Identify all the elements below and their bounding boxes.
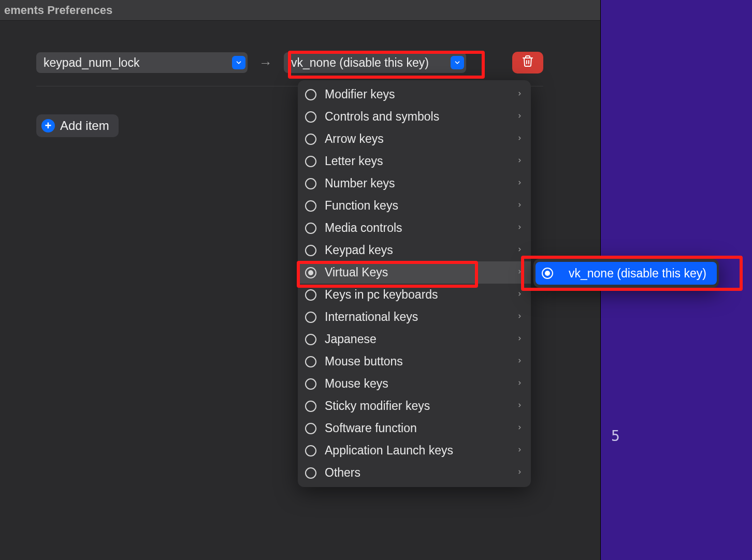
radio-icon [305, 401, 316, 412]
chevron-down-icon [232, 56, 245, 69]
menu-item-label: International keys [325, 310, 517, 324]
from-key-value: keypad_num_lock [44, 56, 139, 70]
menu-item-label: Arrow keys [325, 132, 517, 146]
menu-item-label: Modifier keys [325, 87, 517, 101]
chevron-right-icon [517, 444, 523, 458]
radio-icon [305, 223, 316, 234]
radio-icon [305, 423, 316, 434]
submenu-item-label: vk_none (disable this key) [569, 267, 706, 281]
menu-item-function-keys[interactable]: Function keys [298, 195, 531, 217]
chevron-down-icon [451, 56, 464, 69]
menu-item-label: Letter keys [325, 154, 517, 168]
menu-item-software-function[interactable]: Software function [298, 417, 531, 439]
key-submenu: vk_none (disable this key) [533, 259, 719, 288]
menu-item-label: Controls and symbols [325, 110, 517, 124]
add-item-button[interactable]: + Add item [36, 114, 119, 137]
chevron-right-icon [517, 422, 523, 435]
chevron-right-icon [517, 466, 523, 480]
menu-item-modifier-keys[interactable]: Modifier keys [298, 83, 531, 106]
chevron-right-icon [517, 400, 523, 413]
radio-icon [305, 467, 316, 479]
menu-item-japanese[interactable]: Japanese [298, 328, 531, 350]
menu-item-label: Keypad keys [325, 243, 517, 257]
add-item-label: Add item [60, 119, 109, 133]
window-titlebar: ements Preferences [0, 0, 600, 21]
chevron-right-icon [517, 266, 523, 279]
menu-item-others[interactable]: Others [298, 462, 531, 484]
radio-icon [305, 134, 316, 145]
from-key-dropdown[interactable]: keypad_num_lock [36, 52, 248, 73]
chevron-right-icon [517, 199, 523, 213]
delete-mapping-button[interactable] [512, 52, 543, 73]
menu-item-international-keys[interactable]: International keys [298, 306, 531, 328]
chevron-right-icon [517, 355, 523, 369]
menu-item-number-keys[interactable]: Number keys [298, 172, 531, 195]
menu-item-label: Others [325, 466, 517, 480]
menu-item-media-controls[interactable]: Media controls [298, 217, 531, 239]
radio-icon [305, 289, 316, 301]
menu-item-arrow-keys[interactable]: Arrow keys [298, 128, 531, 150]
radio-icon [305, 156, 316, 167]
background-character: 5 [611, 428, 620, 445]
menu-item-label: Function keys [325, 199, 517, 213]
menu-item-label: Software function [325, 421, 517, 435]
menu-item-mouse-buttons[interactable]: Mouse buttons [298, 350, 531, 373]
window-title: ements Preferences [4, 4, 112, 17]
menu-item-label: Keys in pc keyboards [325, 288, 517, 302]
submenu-item-vk-none-disable-this-key-[interactable]: vk_none (disable this key) [536, 262, 717, 285]
radio-icon [305, 89, 316, 100]
to-key-value: vk_none (disable this key) [291, 56, 429, 70]
menu-item-label: Mouse keys [325, 377, 517, 391]
to-key-dropdown[interactable]: vk_none (disable this key) [284, 52, 466, 73]
key-category-menu: Modifier keysControls and symbolsArrow k… [298, 80, 531, 487]
chevron-right-icon [517, 177, 523, 190]
trash-icon [522, 54, 534, 71]
mapping-arrow-icon: → [259, 55, 272, 71]
chevron-right-icon [517, 222, 523, 235]
menu-item-letter-keys[interactable]: Letter keys [298, 150, 531, 172]
menu-item-label: Japanese [325, 332, 517, 346]
menu-item-controls-and-symbols[interactable]: Controls and symbols [298, 106, 531, 128]
menu-item-keypad-keys[interactable]: Keypad keys [298, 239, 531, 261]
menu-item-keys-in-pc-keyboards[interactable]: Keys in pc keyboards [298, 284, 531, 306]
radio-icon [305, 334, 316, 345]
radio-icon [305, 200, 316, 212]
chevron-right-icon [517, 110, 523, 124]
plus-circle-icon: + [41, 119, 55, 132]
radio-icon [542, 268, 553, 279]
radio-icon [305, 111, 316, 123]
menu-item-label: Application Launch keys [325, 444, 517, 458]
radio-icon [305, 445, 316, 456]
menu-item-label: Media controls [325, 221, 517, 235]
radio-icon [305, 178, 316, 189]
chevron-right-icon [517, 88, 523, 101]
menu-item-application-launch-keys[interactable]: Application Launch keys [298, 439, 531, 462]
menu-item-label: Mouse buttons [325, 355, 517, 369]
menu-item-sticky-modifier-keys[interactable]: Sticky modifier keys [298, 395, 531, 417]
chevron-right-icon [517, 132, 523, 146]
chevron-right-icon [517, 244, 523, 257]
menu-item-label: Number keys [325, 176, 517, 190]
radio-icon [305, 312, 316, 323]
menu-item-mouse-keys[interactable]: Mouse keys [298, 373, 531, 395]
chevron-right-icon [517, 288, 523, 302]
menu-item-label: Virtual Keys [325, 266, 517, 279]
chevron-right-icon [517, 333, 523, 346]
chevron-right-icon [517, 311, 523, 324]
menu-item-label: Sticky modifier keys [325, 399, 517, 413]
menu-item-virtual-keys[interactable]: Virtual Keys [298, 261, 531, 284]
radio-icon [305, 267, 316, 278]
radio-icon [305, 245, 316, 256]
chevron-right-icon [517, 377, 523, 391]
chevron-right-icon [517, 155, 523, 168]
radio-icon [305, 378, 316, 390]
radio-icon [305, 356, 316, 367]
